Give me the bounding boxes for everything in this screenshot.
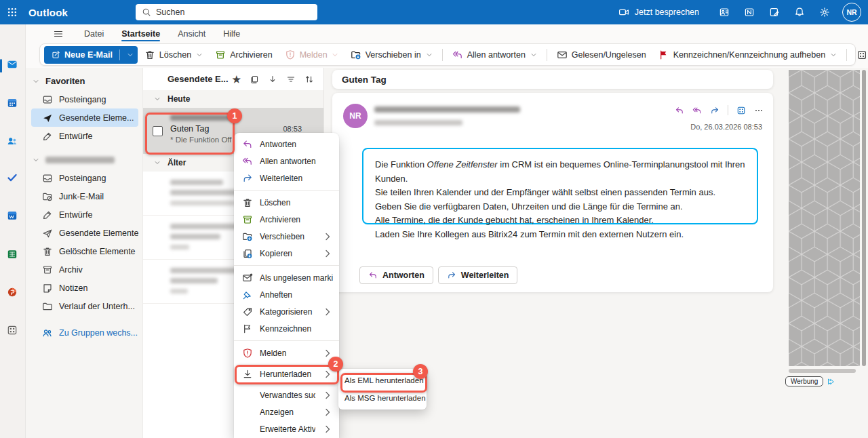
menu-item-als-ungelesen[interactable]: Als ungelesen markieren (234, 269, 339, 286)
chevron-down-icon (426, 52, 433, 58)
forward-button[interactable]: Weiterleiten (438, 266, 518, 284)
reply-all-icon[interactable] (692, 106, 702, 115)
chevron-down-icon[interactable] (127, 52, 134, 58)
submenu-item-eml[interactable]: Als EML herunterladen (338, 372, 427, 389)
filter-icon[interactable] (286, 75, 296, 84)
teams-button[interactable] (711, 0, 736, 24)
reply-icon[interactable] (675, 106, 684, 115)
vertical-scrollbar[interactable] (862, 70, 866, 366)
notes-button[interactable] (762, 0, 787, 24)
forward-icon[interactable] (710, 106, 719, 115)
todo-app-icon[interactable] (7, 172, 19, 184)
tab-datei[interactable]: Datei (84, 24, 104, 43)
menu-item-verwandtes-suchen[interactable]: Verwandtes suchen (234, 386, 339, 403)
archive-icon (242, 214, 253, 225)
app-launcher-button[interactable] (0, 0, 24, 24)
tab-hilfe[interactable]: Hilfe (223, 24, 240, 43)
settings-button[interactable] (812, 0, 837, 24)
more-apps-icon[interactable] (7, 325, 19, 337)
menu-item-anzeigen[interactable]: Anzeigen (234, 403, 339, 420)
sidebar-item-notes[interactable]: Notizen (26, 279, 142, 297)
archive-button[interactable]: Archivieren (210, 46, 278, 64)
menu-item-kategorisieren[interactable]: Kategorisieren (234, 303, 339, 320)
sidebar-item-fav-drafts[interactable]: Entwürfe (26, 127, 142, 145)
sidebar-item-fav-inbox[interactable]: Posteingang (26, 90, 142, 108)
group-label: Heute (167, 94, 190, 104)
menu-item-archivieren[interactable]: Archivieren (234, 211, 339, 228)
menu-item-kopieren[interactable]: Kopieren (234, 245, 339, 262)
ad-banner[interactable] (789, 70, 860, 366)
shield-icon (285, 49, 296, 60)
group-header-today[interactable]: Heute (143, 90, 323, 108)
menu-item-verschieben[interactable]: Verschieben (234, 228, 339, 245)
word-app-icon[interactable] (7, 210, 19, 222)
apps-button[interactable] (851, 46, 868, 64)
mail-app-icon[interactable] (7, 59, 19, 71)
sidebar-item-fav-sent[interactable]: Gesendete Eleme... (31, 108, 138, 127)
new-mail-button[interactable]: Neue E-Mail (44, 46, 138, 64)
folder-label: Gelöschte Elemente (59, 247, 136, 256)
sort-icon[interactable] (304, 75, 314, 84)
menu-item-allen-antworten[interactable]: Allen antworten (234, 153, 339, 170)
apps-grid-icon (856, 49, 867, 60)
excel-app-icon[interactable] (7, 249, 19, 261)
folder-label: Posteingang (59, 95, 106, 104)
flag-button[interactable]: Kennzeichnen/Kennzeichnung aufheben (653, 46, 843, 64)
download-submenu: Als EML herunterladen Als MSG herunterla… (338, 369, 427, 410)
search-input[interactable]: Suchen (136, 4, 317, 20)
folder-label: Archiv (59, 265, 83, 275)
people-app-icon[interactable] (7, 136, 19, 148)
sidebar-item-drafts[interactable]: Entwürfe (26, 205, 142, 224)
move-to-button[interactable]: Verschieben in (345, 46, 438, 64)
chevron-right-icon (322, 369, 333, 380)
menu-item-erweiterte-aktivitaeten[interactable]: Erweiterte Aktivitäten (234, 420, 339, 437)
email-checkbox[interactable] (153, 126, 163, 136)
apps-grid-icon[interactable] (736, 106, 746, 115)
tab-startseite[interactable]: Startseite (121, 24, 160, 43)
notifications-button[interactable] (787, 0, 812, 24)
account-avatar[interactable]: NR (842, 3, 861, 22)
archive-icon (42, 264, 53, 275)
arrow-down-icon[interactable] (268, 75, 277, 84)
delete-button[interactable]: Löschen (139, 46, 208, 64)
switch-to-groups-link[interactable]: Zu Gruppen wechs... (26, 323, 142, 342)
chevron-down-icon (33, 157, 39, 163)
reply-all-button[interactable]: Allen antworten (447, 46, 542, 64)
star-icon[interactable]: ★ (232, 75, 241, 84)
menu-item-anheften[interactable]: Anheften (234, 286, 339, 303)
meet-now-button[interactable]: Jetzt besprechen (618, 7, 699, 18)
tab-ansicht[interactable]: Ansicht (178, 24, 205, 43)
onenote-feed-button[interactable] (736, 0, 762, 24)
adchoices-icon[interactable] (827, 378, 835, 386)
sidebar-item-junk[interactable]: Junk-E-Mail (26, 187, 142, 205)
calendar-app-icon[interactable] (7, 98, 19, 110)
folder-label: Verlauf der Unterh... (59, 302, 135, 311)
folder-label: Gesendete Elemente (59, 228, 138, 238)
more-dots-icon[interactable] (754, 106, 764, 115)
sidebar-item-deleted[interactable]: Gelöschte Elemente (26, 242, 142, 260)
reply-button[interactable]: Antworten (359, 266, 433, 284)
menu-item-loeschen[interactable]: Löschen (234, 194, 339, 211)
sidebar-item-archive[interactable]: Archiv (26, 260, 142, 279)
conversation-view-icon[interactable] (250, 75, 259, 84)
menu-item-kennzeichnen[interactable]: Kennzeichnen (234, 320, 339, 337)
horizontal-scrollbar[interactable] (789, 369, 856, 373)
chevron-down-icon (530, 52, 537, 58)
read-unread-button[interactable]: Gelesen/Ungelesen (551, 46, 652, 64)
sidebar-item-history[interactable]: Verlauf der Unterh... (26, 297, 142, 315)
chevron-right-icon (322, 248, 333, 259)
sidebar-item-inbox[interactable]: Posteingang (26, 169, 142, 187)
toolbar-divider (442, 49, 443, 61)
trash-icon (144, 49, 155, 60)
menu-item-antworten[interactable]: Antworten (234, 136, 339, 153)
reading-pane-subject: Guten Tag (332, 70, 773, 89)
hamburger-icon[interactable] (53, 28, 64, 39)
favorites-header[interactable]: Favoriten (26, 72, 142, 90)
submenu-item-msg[interactable]: Als MSG herunterladen (338, 389, 427, 407)
menu-item-herunterladen[interactable]: Herunterladen (234, 365, 339, 382)
powerpoint-app-icon[interactable] (7, 287, 19, 299)
menu-item-melden[interactable]: Melden (234, 344, 339, 361)
menu-item-weiterleiten[interactable]: Weiterleiten (234, 170, 339, 186)
sidebar-item-sent[interactable]: Gesendete Elemente (26, 224, 142, 242)
account-header[interactable] (26, 151, 142, 169)
